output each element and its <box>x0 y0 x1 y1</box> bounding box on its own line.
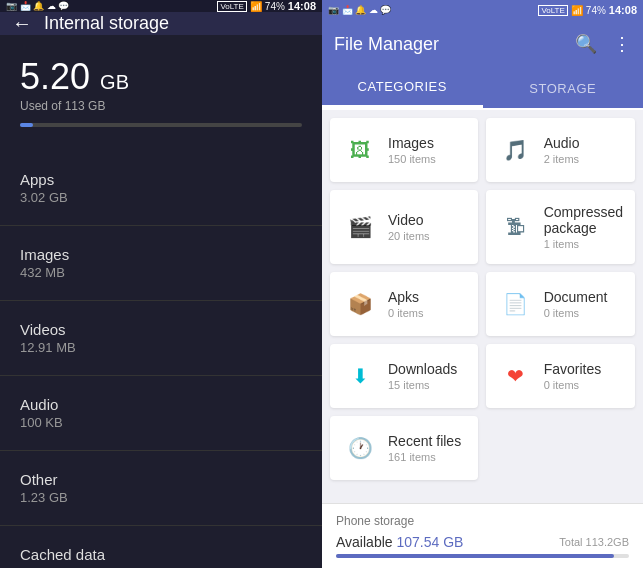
cat-count: 0 items <box>544 379 602 391</box>
signal-icon: 📶 <box>250 1 262 12</box>
storage-item-value: 1.23 GB <box>20 490 302 505</box>
divider <box>0 225 322 226</box>
cat-count: 0 items <box>544 307 608 319</box>
categories-grid: 🖼 Images 150 items 🎵 Audio 2 items 🎬 Vid… <box>322 110 643 503</box>
category-document[interactable]: 📄 Document 0 items <box>486 272 635 336</box>
total-storage: Total 113.2GB <box>559 536 629 548</box>
category-compressed-package[interactable]: 🗜 Compressed package 1 items <box>486 190 635 264</box>
storage-number: 5.20 <box>20 56 90 97</box>
cat-name: Document <box>544 289 608 305</box>
tab-categories[interactable]: CATEGORIES <box>322 68 483 108</box>
bottom-storage-info: Phone storage Available 107.54 GB Total … <box>322 503 643 568</box>
category-downloads[interactable]: ⬇ Downloads 15 items <box>330 344 478 408</box>
divider <box>0 450 322 451</box>
cat-count: 1 items <box>544 238 623 250</box>
right-signal-icon: 📶 <box>571 5 583 16</box>
storage-item: Images 432 MB <box>0 234 322 292</box>
left-panel-title: Internal storage <box>44 13 169 34</box>
right-status-right: VoLTE 📶 74% 14:08 <box>538 4 637 16</box>
cat-name: Favorites <box>544 361 602 377</box>
battery-text: 74% <box>265 1 285 12</box>
right-notification-icons: 📷 📩 🔔 ☁ 💬 <box>328 5 391 15</box>
storage-item-value: 100 KB <box>20 415 302 430</box>
right-volte-badge: VoLTE <box>538 5 567 16</box>
cat-count: 0 items <box>388 307 423 319</box>
cat-info: Recent files 161 items <box>388 433 461 463</box>
header-actions: 🔍 ⋮ <box>575 33 631 55</box>
favorites-icon: ❤ <box>498 358 534 394</box>
phone-storage-bar <box>336 554 629 558</box>
storage-item: Apps 3.02 GB <box>0 159 322 217</box>
storage-item: Cached data 351 MB <box>0 534 322 568</box>
cat-name: Downloads <box>388 361 457 377</box>
available-value: Available 107.54 GB <box>336 534 463 550</box>
storage-item-value: 432 MB <box>20 265 302 280</box>
storage-item-value: 3.02 GB <box>20 190 302 205</box>
left-status-bar: 📷 📩 🔔 ☁ 💬 VoLTE 📶 74% 14:08 <box>0 0 322 12</box>
left-header: ← Internal storage <box>0 12 322 35</box>
search-button[interactable]: 🔍 <box>575 33 597 55</box>
cat-count: 161 items <box>388 451 461 463</box>
divider <box>0 525 322 526</box>
storage-items-list: Apps 3.02 GB Images 432 MB Videos 12.91 … <box>0 159 322 568</box>
cat-name: Apks <box>388 289 423 305</box>
cat-info: Audio 2 items <box>544 135 580 165</box>
cat-info: Favorites 0 items <box>544 361 602 391</box>
storage-size: 5.20 GB <box>20 59 302 95</box>
right-panel-title: File Manager <box>334 34 439 55</box>
storage-row: Available 107.54 GB Total 113.2GB <box>336 534 629 550</box>
cat-name: Images <box>388 135 436 151</box>
category-favorites[interactable]: ❤ Favorites 0 items <box>486 344 635 408</box>
right-header: File Manager 🔍 ⋮ <box>322 20 643 68</box>
phone-storage-bar-fill <box>336 554 614 558</box>
category-images[interactable]: 🖼 Images 150 items <box>330 118 478 182</box>
volte-badge: VoLTE <box>217 1 246 12</box>
more-options-button[interactable]: ⋮ <box>613 33 631 55</box>
back-button[interactable]: ← <box>12 12 32 35</box>
cat-info: Images 150 items <box>388 135 436 165</box>
storage-item-name: Cached data <box>20 546 302 563</box>
category-apks[interactable]: 📦 Apks 0 items <box>330 272 478 336</box>
storage-item: Other 1.23 GB <box>0 459 322 517</box>
storage-item-name: Other <box>20 471 302 488</box>
storage-summary: 5.20 GB Used of 113 GB <box>0 35 322 143</box>
cat-count: 2 items <box>544 153 580 165</box>
divider <box>0 375 322 376</box>
right-status-bar: 📷 📩 🔔 ☁ 💬 VoLTE 📶 74% 14:08 <box>322 0 643 20</box>
tab-storage[interactable]: STORAGE <box>483 68 644 108</box>
cat-count: 15 items <box>388 379 457 391</box>
left-status-right: VoLTE 📶 74% 14:08 <box>217 0 316 12</box>
storage-item-value: 12.91 MB <box>20 340 302 355</box>
category-audio[interactable]: 🎵 Audio 2 items <box>486 118 635 182</box>
storage-bar <box>20 123 302 127</box>
downloads-icon: ⬇ <box>342 358 378 394</box>
storage-item-name: Apps <box>20 171 302 188</box>
notification-icons: 📷 📩 🔔 ☁ 💬 <box>6 1 69 11</box>
storage-unit: GB <box>100 71 129 93</box>
cat-info: Apks 0 items <box>388 289 423 319</box>
storage-bar-fill <box>20 123 33 127</box>
cat-info: Document 0 items <box>544 289 608 319</box>
category-tabs: CATEGORIES STORAGE <box>322 68 643 110</box>
right-panel: 📷 📩 🔔 ☁ 💬 VoLTE 📶 74% 14:08 File Manager… <box>322 0 643 568</box>
category-recent-files[interactable]: 🕐 Recent files 161 items <box>330 416 478 480</box>
storage-item: Videos 12.91 MB <box>0 309 322 367</box>
storage-item: Audio 100 KB <box>0 384 322 442</box>
left-panel: 📷 📩 🔔 ☁ 💬 VoLTE 📶 74% 14:08 ← Internal s… <box>0 0 322 568</box>
right-status-icons: 📷 📩 🔔 ☁ 💬 <box>328 5 538 15</box>
video-icon: 🎬 <box>342 209 378 245</box>
right-time: 14:08 <box>609 4 637 16</box>
images-icon: 🖼 <box>342 132 378 168</box>
cat-name: Compressed package <box>544 204 623 236</box>
category-video[interactable]: 🎬 Video 20 items <box>330 190 478 264</box>
divider <box>0 300 322 301</box>
cat-info: Compressed package 1 items <box>544 204 623 250</box>
storage-used-label: Used of 113 GB <box>20 99 302 113</box>
document-icon: 📄 <box>498 286 534 322</box>
cat-name: Video <box>388 212 430 228</box>
recent-files-icon: 🕐 <box>342 430 378 466</box>
cat-info: Video 20 items <box>388 212 430 242</box>
audio-icon: 🎵 <box>498 132 534 168</box>
cat-name: Recent files <box>388 433 461 449</box>
left-status-icons: 📷 📩 🔔 ☁ 💬 <box>6 1 217 11</box>
